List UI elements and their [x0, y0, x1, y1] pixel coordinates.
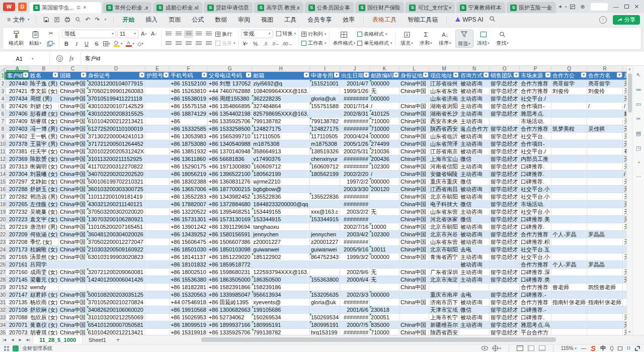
column-header[interactable]: 合作方公▼ — [551, 72, 587, 80]
cell[interactable]: 160609712 — [252, 163, 310, 170]
microphone-icon[interactable] — [610, 346, 613, 350]
cell[interactable] — [623, 306, 626, 314]
cell[interactable] — [623, 299, 626, 306]
currency-button[interactable]: ¥▾ — [241, 40, 250, 48]
cell[interactable]: +86 13851932 — [170, 148, 208, 155]
cell[interactable]: ######## — [340, 238, 370, 246]
cell[interactable]: 155363800 — [310, 276, 340, 284]
cell[interactable] — [587, 321, 623, 329]
cell[interactable]: 北京市兴谷 — [429, 231, 459, 238]
cell[interactable]: 返点合作方 — [459, 125, 490, 133]
cell[interactable]: China中国 — [59, 170, 87, 178]
cell[interactable] — [252, 261, 310, 269]
cell[interactable] — [587, 246, 623, 253]
cell[interactable]: +86 13552283 — [170, 193, 208, 201]
underline-button[interactable]: U — [82, 40, 91, 48]
close-tab-icon[interactable]: ✕ — [83, 5, 87, 10]
cell-style-button[interactable]: 单元格样式▾ — [357, 40, 392, 47]
cell[interactable] — [551, 223, 587, 231]
cell[interactable]: ######## — [340, 193, 370, 201]
cell[interactable]: 黄嘉仪 (女) — [29, 321, 59, 329]
row-header[interactable]: 28 — [0, 276, 6, 284]
cell[interactable]: / — [370, 103, 399, 110]
cell[interactable]: +86 15263810 — [170, 87, 208, 95]
cell[interactable] — [429, 261, 459, 269]
cell[interactable]: 筑梦美程 — [551, 125, 587, 133]
cell[interactable] — [340, 284, 370, 291]
clipboard-tray-icon[interactable] — [618, 346, 622, 350]
cell[interactable] — [551, 208, 587, 216]
cell[interactable]: China中国 — [399, 133, 429, 140]
align-bottom-icon[interactable] — [184, 30, 193, 38]
cell[interactable]: 207402 — [6, 133, 29, 140]
cell[interactable]: 310113200211152925 — [87, 155, 145, 163]
cell[interactable]: 2003/4/2 — [340, 231, 370, 238]
indent-increase-icon[interactable] — [204, 30, 213, 38]
cell[interactable]: China中国 — [59, 155, 87, 163]
cell[interactable]: 吴晓蔓 (女) — [29, 208, 59, 216]
cell[interactable]: +86 13901242 — [170, 223, 208, 231]
cell[interactable]: 主动咨询 — [459, 140, 490, 148]
save-icon[interactable] — [43, 17, 49, 23]
file-tab[interactable]: S可过_支付宝+_滴滴 — [406, 2, 454, 13]
cell[interactable]: 无 — [623, 216, 626, 223]
column-header[interactable]: 国籍▼ — [59, 72, 87, 80]
cell[interactable]: 153449155 — [252, 208, 310, 216]
cell[interactable]: 207152 — [6, 284, 29, 291]
cell[interactable]: ######## — [340, 125, 370, 133]
row-header[interactable]: 4 — [0, 95, 6, 103]
tab-smart-toolbox[interactable]: 智能工具箱 — [402, 14, 443, 26]
cell[interactable] — [587, 201, 623, 208]
clear-format-button[interactable]: ◇▾ — [136, 40, 145, 48]
cell[interactable]: 411702200312270822 — [87, 163, 145, 170]
cell[interactable] — [310, 284, 340, 291]
cell[interactable]: 000000 — [370, 133, 399, 140]
column-letter[interactable]: L — [399, 66, 429, 72]
cell[interactable]: 西安市未央 — [429, 118, 459, 125]
cell[interactable]: 2002/9/6 — [340, 269, 370, 276]
cell[interactable]: 207147 — [6, 291, 29, 299]
cell[interactable]: 207073 — [6, 329, 29, 335]
column-header[interactable]: 邮政编码▼ — [370, 72, 399, 80]
cell[interactable]: 梁馨元 (女) — [29, 276, 59, 284]
cell[interactable] — [551, 178, 587, 186]
cell[interactable]: 370502200012272047 — [87, 238, 145, 246]
cell[interactable]: 市场活动. — [520, 201, 551, 208]
cell[interactable]: 唐浩轩 (男) — [29, 223, 59, 231]
cell[interactable] — [145, 329, 170, 335]
filter-dropdown-icon[interactable]: ▼ — [53, 72, 58, 77]
cell[interactable]: 370502199901260083 — [87, 87, 145, 95]
row-header[interactable]: 7 — [0, 118, 6, 125]
column-letter[interactable]: I — [310, 66, 340, 72]
menu-tab[interactable]: 插入 — [140, 14, 163, 26]
cell[interactable]: 207208 — [6, 238, 29, 246]
cell[interactable]: 108409964XXX@163. — [252, 87, 310, 95]
cell[interactable]: 北京市海淀 — [429, 276, 459, 284]
cell[interactable] — [59, 261, 87, 269]
cell[interactable]: 410125 — [370, 110, 399, 118]
cell[interactable] — [145, 186, 170, 193]
cell[interactable]: 口碑推荐.深 — [520, 269, 551, 276]
cell[interactable]: 142401200006041426 — [87, 276, 145, 284]
cell[interactable]: 207403 — [6, 125, 29, 133]
cell[interactable]: / — [587, 103, 623, 110]
last-sheet-icon[interactable]: ▶| — [24, 338, 33, 342]
cell[interactable]: 季忆 (女) — [29, 238, 59, 246]
cell[interactable]: China中国 — [59, 87, 87, 95]
cell[interactable]: +86 15536380 — [170, 276, 208, 284]
cell[interactable]: China中国 — [399, 284, 429, 291]
column-header[interactable]: 市场来源▼ — [520, 72, 551, 80]
filter-dropdown-icon[interactable]: ▼ — [164, 72, 169, 77]
cell[interactable]: 362228235 — [252, 95, 310, 103]
fullscreen-icon[interactable] — [635, 346, 640, 351]
cell[interactable]: 500108200203035125 — [87, 291, 145, 299]
row-header[interactable]: 8 — [0, 125, 6, 133]
cell[interactable]: 207369 — [6, 155, 29, 163]
cell[interactable]: ######## — [340, 163, 370, 170]
cell[interactable]: 210036 — [370, 148, 399, 155]
wps-ai-button[interactable]: WPS AI — [450, 15, 489, 25]
cell[interactable]: 153344915 — [252, 216, 310, 223]
column-letter[interactable]: Q — [551, 66, 587, 72]
cell[interactable]: 370105200210270824 — [87, 299, 145, 306]
cell[interactable]: China中国 — [399, 87, 429, 95]
